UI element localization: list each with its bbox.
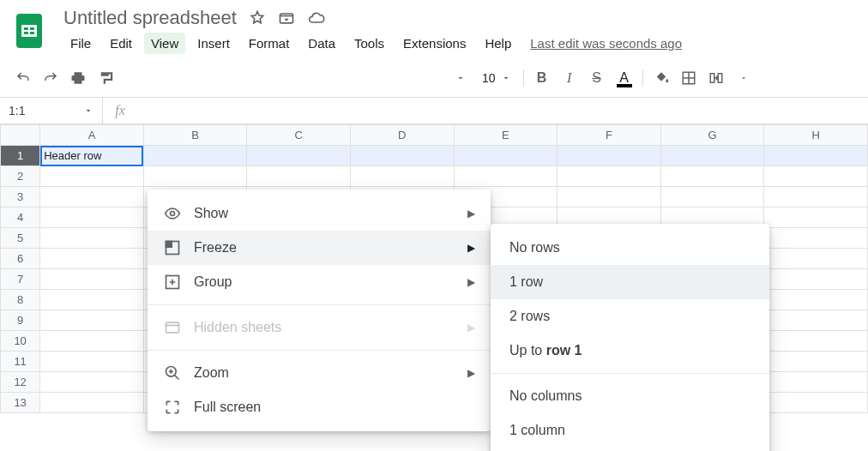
menu-insert[interactable]: Insert (190, 33, 237, 54)
cell-H5[interactable] (764, 228, 868, 249)
menu-view[interactable]: View (144, 33, 185, 54)
col-header-G[interactable]: G (660, 125, 764, 146)
cell-A6[interactable] (40, 249, 144, 269)
view-menu-show[interactable]: Show▶ (148, 196, 491, 231)
name-box[interactable]: 1:1 (0, 98, 103, 123)
menu-edit[interactable]: Edit (103, 33, 139, 54)
font-size-value[interactable]: 10 (482, 71, 496, 85)
cell-A13[interactable] (40, 393, 144, 413)
menu-data[interactable]: Data (301, 33, 342, 54)
row-header-3[interactable]: 3 (1, 187, 40, 207)
cell-F1[interactable] (558, 146, 661, 166)
view-menu-freeze[interactable]: Freeze▶ (148, 231, 491, 265)
borders-button[interactable] (676, 65, 702, 91)
row-header-2[interactable]: 2 (1, 166, 40, 187)
doc-title[interactable]: Untitled spreadsheet (63, 7, 237, 29)
cell-H4[interactable] (764, 207, 868, 228)
row-header-10[interactable]: 10 (1, 331, 40, 352)
merge-dropdown-icon[interactable] (731, 65, 756, 91)
cell-A9[interactable] (40, 310, 144, 331)
cell-D2[interactable] (351, 166, 455, 187)
cell-H12[interactable] (764, 372, 868, 393)
view-menu-zoom[interactable]: Zoom▶ (148, 356, 491, 390)
print-button[interactable] (65, 65, 91, 91)
cell-B2[interactable] (143, 166, 247, 187)
merge-button[interactable] (703, 65, 729, 91)
freeze-menu-1-row[interactable]: 1 row (491, 265, 769, 299)
cell-G2[interactable] (660, 166, 764, 187)
cell-A12[interactable] (40, 372, 144, 393)
cell-H11[interactable] (764, 352, 868, 372)
fill-color-button[interactable] (648, 65, 674, 91)
cell-H1[interactable] (764, 146, 868, 166)
cell-H10[interactable] (764, 331, 868, 352)
freeze-menu-no-rows[interactable]: No rows (491, 231, 769, 265)
cell-E2[interactable] (454, 166, 558, 187)
more-dropdown-icon[interactable] (448, 65, 473, 91)
last-edit-link[interactable]: Last edit was seconds ago (530, 36, 682, 51)
row-header-7[interactable]: 7 (1, 269, 40, 290)
menu-format[interactable]: Format (242, 33, 297, 54)
cloud-icon[interactable] (307, 9, 326, 27)
cell-H3[interactable] (764, 187, 868, 207)
cell-H8[interactable] (764, 290, 868, 310)
freeze-menu-2-columns[interactable]: 2 columns (491, 448, 769, 451)
row-header-5[interactable]: 5 (1, 228, 40, 249)
row-header-9[interactable]: 9 (1, 310, 40, 331)
view-menu-full-screen[interactable]: Full screen (148, 390, 491, 424)
menu-help[interactable]: Help (478, 33, 518, 54)
cell-F2[interactable] (558, 166, 661, 187)
row-header-8[interactable]: 8 (1, 290, 40, 310)
row-header-11[interactable]: 11 (1, 352, 40, 372)
italic-button[interactable]: I (557, 65, 582, 91)
sheets-logo[interactable] (10, 12, 48, 50)
freeze-menu-up-to-row-1[interactable]: Up to row 1 (491, 334, 769, 368)
font-size-dropdown-icon[interactable] (501, 73, 511, 83)
paint-format-button[interactable] (93, 65, 118, 91)
row-header-1[interactable]: 1 (1, 146, 40, 166)
cell-H9[interactable] (764, 310, 868, 331)
cell-C1[interactable] (247, 146, 351, 166)
menu-tools[interactable]: Tools (347, 33, 391, 54)
cell-G3[interactable] (660, 187, 764, 207)
col-header-H[interactable]: H (764, 125, 868, 146)
row-header-4[interactable]: 4 (1, 207, 40, 228)
cell-A3[interactable] (40, 187, 144, 207)
cell-B1[interactable] (143, 146, 247, 166)
select-all-corner[interactable] (1, 125, 40, 146)
move-icon[interactable] (278, 9, 295, 27)
cell-G1[interactable] (660, 146, 764, 166)
col-header-E[interactable]: E (454, 125, 558, 146)
cell-F3[interactable] (558, 187, 661, 207)
col-header-B[interactable]: B (143, 125, 247, 146)
cell-H7[interactable] (764, 269, 868, 290)
formula-bar[interactable] (137, 98, 868, 123)
col-header-D[interactable]: D (351, 125, 455, 146)
col-header-A[interactable]: A (40, 125, 144, 146)
cell-H13[interactable] (764, 393, 868, 413)
cell-D1[interactable] (351, 146, 455, 166)
strike-button[interactable]: S (584, 65, 610, 91)
cell-A1[interactable]: Header row (40, 146, 144, 166)
cell-A11[interactable] (40, 352, 144, 372)
star-icon[interactable] (249, 9, 266, 27)
cell-H6[interactable] (764, 249, 868, 269)
col-header-F[interactable]: F (558, 125, 661, 146)
menu-file[interactable]: File (63, 33, 98, 54)
redo-button[interactable] (38, 65, 63, 91)
cell-H2[interactable] (764, 166, 868, 187)
cell-A4[interactable] (40, 207, 144, 228)
freeze-menu-2-rows[interactable]: 2 rows (491, 299, 769, 334)
freeze-menu-no-columns[interactable]: No columns (491, 379, 769, 413)
row-header-12[interactable]: 12 (1, 372, 40, 393)
cell-A7[interactable] (40, 269, 144, 290)
cell-A8[interactable] (40, 290, 144, 310)
undo-button[interactable] (10, 65, 36, 91)
text-color-button[interactable]: A (612, 65, 637, 91)
cell-E1[interactable] (454, 146, 558, 166)
col-header-C[interactable]: C (247, 125, 351, 146)
menu-extensions[interactable]: Extensions (396, 33, 473, 54)
cell-C2[interactable] (247, 166, 351, 187)
view-menu-group[interactable]: Group▶ (148, 265, 491, 299)
cell-A5[interactable] (40, 228, 144, 249)
